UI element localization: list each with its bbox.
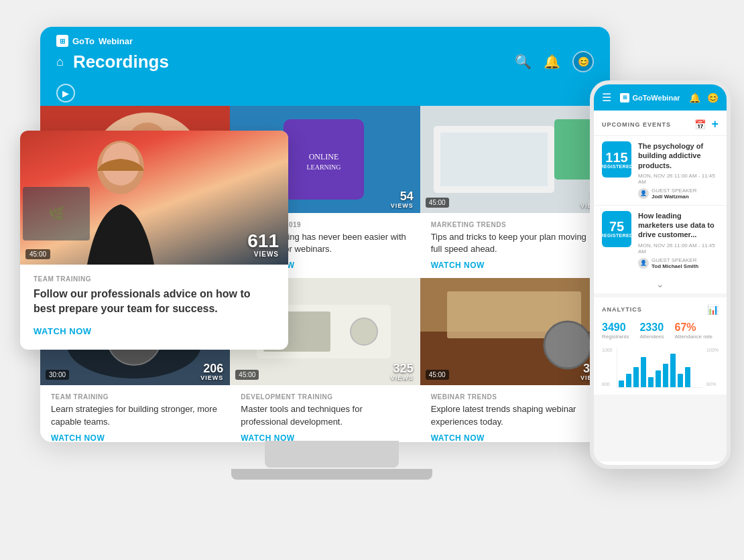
event-registered-count-2: 75	[609, 220, 624, 233]
stat-attendees: 2330 Attendees	[639, 322, 664, 340]
watch-link-5[interactable]: WATCH NOW	[241, 433, 409, 441]
video-category-6: WEBINAR TRENDS	[431, 393, 599, 401]
duration-badge-3: 45:00	[426, 198, 449, 208]
video-category-4: TEAM TRAINING	[51, 393, 219, 401]
search-icon[interactable]: 🔍	[515, 54, 532, 70]
chart-bar-7	[663, 364, 668, 387]
stat-rate: 67% Attendance rate	[675, 322, 712, 340]
chart-bar-4	[641, 357, 646, 387]
video-card-6[interactable]: 45:00 325 VIEWS WEBINAR TRENDS Explore l…	[420, 278, 610, 441]
event-item-2[interactable]: 75 REGISTERED How leading marketers use …	[594, 205, 727, 275]
speaker-avatar-1: 👤	[638, 188, 649, 199]
watch-link-3[interactable]: WATCH NOW	[431, 261, 599, 270]
video-card-3[interactable]: 45:00 54 VIEWS MARKETING TRENDS Tips and…	[420, 106, 610, 278]
view-count-2: 54	[391, 190, 414, 202]
event-item-1[interactable]: 115 REGISTERED The psychology of buildin…	[594, 135, 727, 205]
event-badge-2: 75 REGISTERED	[602, 211, 631, 247]
video-info-3: MARKETING TRENDS Tips and tricks to keep…	[420, 213, 610, 278]
stat-rate-count: 67%	[675, 322, 712, 334]
floating-view-count: 611	[247, 232, 279, 251]
duration-badge-5: 45:00	[235, 370, 259, 380]
floating-desc: Follow our professionals advice on how t…	[34, 287, 275, 317]
duration-badge-4: 30:00	[46, 370, 69, 380]
floating-view-label: VIEWS	[247, 251, 279, 258]
stat-attendees-label: Attendees	[639, 334, 664, 340]
page-title: Recordings	[73, 52, 169, 72]
event-time-1: MON, NOV 26 11:00 AM - 11:45 AM	[638, 173, 719, 185]
logo-webinar: Webinar	[99, 36, 133, 46]
speaker-name-1: Jodi Waitzman	[652, 194, 696, 200]
video-category-5: DEVELOPMENT TRAINING	[241, 393, 409, 401]
stat-registrants: 3490 Registrants	[602, 322, 629, 340]
bell-icon[interactable]: 🔔	[544, 54, 560, 70]
event-registered-label-2: REGISTERED	[601, 233, 633, 238]
home-icon[interactable]: ⌂	[56, 55, 64, 69]
event-details-1: The psychology of building addictive pro…	[638, 141, 719, 200]
video-desc-4: Learn strategies for building stronger, …	[51, 403, 219, 427]
view-label-2: VIEWS	[391, 202, 414, 209]
video-info-6: WEBINAR TRENDS Explore latest trends sha…	[420, 385, 610, 441]
video-thumb-6: 45:00 325 VIEWS	[420, 278, 610, 385]
phone-bell-icon[interactable]: 🔔	[689, 92, 700, 103]
floating-card-content: TEAM TRAINING Follow our professionals a…	[20, 265, 288, 350]
phone-hamburger-icon[interactable]: ☰	[602, 91, 611, 104]
chart-area	[617, 348, 703, 388]
video-info-5: DEVELOPMENT TRAINING Master tools and te…	[230, 385, 420, 441]
stat-registrants-label: Registrants	[602, 334, 629, 340]
event-speaker-2: 👤 GUEST SPEAKER Tod Michael Smith	[638, 257, 719, 269]
floating-category: TEAM TRAINING	[34, 275, 275, 283]
view-label-4: VIEWS	[200, 374, 223, 381]
video-overlay-4: 206 VIEWS	[194, 358, 230, 385]
avatar[interactable]: 😊	[572, 51, 594, 72]
app-header: GoToWebinar ⌂ Recordings 🔍 🔔 😊	[40, 27, 610, 80]
watch-link-6[interactable]: WATCH NOW	[431, 433, 599, 441]
chevron-down-icon[interactable]: ⌄	[594, 275, 727, 293]
add-icon[interactable]: +	[711, 117, 719, 131]
view-count-4: 206	[200, 362, 223, 374]
analytics-section: ANALYTICS 📊 3490 Registrants 2330 Attend…	[594, 297, 727, 395]
phone-avatar-icon[interactable]: 😊	[707, 92, 719, 103]
play-icon[interactable]: ▶	[56, 84, 75, 102]
phone-content: UPCOMING EVENTS 📅 + 115 REGISTERED The p…	[594, 111, 727, 462]
video-info-4: TEAM TRAINING Learn strategies for build…	[40, 385, 230, 441]
speaker-name-2: Tod Michael Smith	[652, 263, 698, 269]
floating-watch[interactable]: WATCH NOW	[34, 326, 275, 336]
analytics-chart-icon[interactable]: 📊	[707, 304, 719, 315]
chart-y-top: 1000	[602, 348, 613, 352]
floating-views: 611 VIEWS	[238, 225, 288, 265]
chart-y-axis-right: 100% 80%	[706, 348, 719, 388]
chart-y-bottom: 800	[602, 382, 613, 387]
monitor-base	[231, 469, 432, 480]
view-label-5: VIEWS	[391, 374, 414, 381]
video-overlay-2: 54 VIEWS	[384, 186, 420, 213]
stat-attendees-count: 2330	[639, 322, 664, 334]
chart-bar-5	[648, 377, 654, 387]
floating-card-thumb: 🌿 45:00 611 VIEWS	[20, 131, 288, 265]
phone-logo-box	[620, 93, 629, 102]
stat-rate-label: Attendance rate	[675, 334, 712, 340]
event-time-2: MON, NOV 26 11:00 AM - 11:45 AM	[638, 242, 719, 255]
analytics-header: ANALYTICS 📊	[602, 304, 719, 315]
video-desc-6: Explore latest trends shaping webinar ex…	[431, 403, 599, 427]
video-desc-5: Master tools and techniques for professi…	[241, 403, 409, 427]
chart-container: 1000 800	[602, 348, 719, 388]
speaker-label-1: GUEST SPEAKER	[652, 188, 696, 194]
logo-goto: GoTo	[72, 36, 95, 46]
view-count-5: 325	[391, 362, 414, 374]
calendar-icon[interactable]: 📅	[694, 119, 706, 130]
chart-y-right-top: 100%	[706, 348, 719, 352]
monitor-stand	[265, 441, 399, 468]
watch-link-4[interactable]: WATCH NOW	[51, 433, 219, 441]
phone-header: ☰ GoToWebinar 🔔 😊	[594, 84, 727, 111]
office-bg: 🌿	[23, 187, 90, 240]
chart-y-right-bottom: 80%	[706, 382, 719, 387]
mini-chart	[617, 348, 703, 388]
phone-header-icons: 🔔 😊	[689, 92, 719, 103]
chart-bar-3	[633, 367, 639, 387]
event-badge-1: 115 REGISTERED	[602, 141, 631, 178]
upcoming-events-section: UPCOMING EVENTS 📅 + 115 REGISTERED The p…	[594, 111, 727, 293]
speaker-avatar-2: 👤	[638, 258, 649, 269]
chart-y-axis: 1000 800	[602, 348, 613, 388]
event-registered-count-1: 115	[605, 151, 627, 164]
video-thumb-3: 45:00 54 VIEWS	[420, 106, 610, 213]
